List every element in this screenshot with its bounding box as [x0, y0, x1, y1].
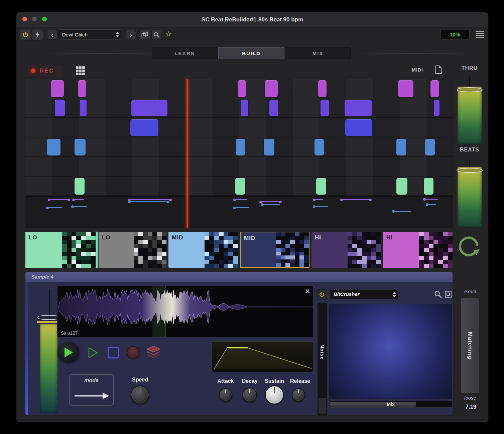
mod-event[interactable]	[314, 199, 323, 200]
decay-knob[interactable]	[242, 388, 257, 402]
mod-event[interactable]	[260, 201, 281, 202]
seq-note-block[interactable]	[316, 178, 326, 195]
release-knob[interactable]	[292, 388, 305, 402]
seq-note-block[interactable]	[396, 178, 407, 195]
seq-note-block[interactable]	[314, 139, 324, 155]
seq-note-block[interactable]	[80, 100, 87, 116]
midi-activity-button[interactable]	[32, 29, 43, 40]
mod-event[interactable]	[129, 199, 171, 200]
tab-build[interactable]: BUILD	[218, 47, 284, 59]
seq-note-block[interactable]	[265, 80, 278, 97]
seq-note-block[interactable]	[78, 80, 86, 97]
fx-power-button[interactable]	[317, 289, 327, 300]
save-preset-button[interactable]	[139, 30, 150, 40]
seq-note-block[interactable]	[430, 80, 439, 97]
seq-note-block[interactable]	[321, 100, 329, 116]
mod-event[interactable]	[424, 199, 438, 200]
seq-note-block[interactable]	[75, 139, 86, 155]
seq-note-block[interactable]	[345, 100, 372, 116]
pad-mid-2[interactable]: MID	[240, 232, 309, 268]
fx-select[interactable]: BitCrusher	[329, 289, 399, 299]
tab-learn[interactable]: LEARN	[152, 47, 218, 59]
pad-mid-1[interactable]: MID	[168, 232, 238, 268]
mod-event[interactable]	[72, 206, 87, 207]
beats-fader-level[interactable]	[458, 167, 482, 227]
mod-event[interactable]	[73, 199, 84, 200]
seq-note-block[interactable]	[396, 139, 406, 155]
seq-note-block[interactable]	[51, 80, 64, 97]
mod-event[interactable]	[393, 211, 411, 212]
pad-lo-1[interactable]: LO	[25, 232, 96, 268]
thru-fader-handle[interactable]	[457, 87, 483, 92]
seq-note-block[interactable]	[318, 80, 327, 97]
midi-export-button[interactable]	[435, 65, 442, 76]
mix-slider[interactable]: Mix	[329, 401, 452, 408]
loop-button[interactable]	[458, 234, 481, 264]
grid-toggle-button[interactable]	[76, 66, 85, 75]
matching-slider[interactable]: Matching	[461, 298, 479, 394]
noise-slider-handle[interactable]	[319, 398, 326, 414]
tab-mix[interactable]: MIX	[285, 47, 351, 59]
desktop: SC Beat ReBuilder/1-80s Beat 90 bpm ‹ De…	[0, 0, 504, 434]
close-icon[interactable]: ✕	[305, 288, 310, 295]
sample-header[interactable]: Sample 4	[25, 272, 453, 282]
seq-note-block[interactable]	[264, 139, 274, 155]
mod-event[interactable]	[47, 207, 62, 208]
preset-select[interactable]: Devil Glitch	[58, 29, 122, 39]
preset-prev-button[interactable]: ‹	[47, 30, 57, 40]
frame-icon	[445, 291, 452, 298]
seq-note-block[interactable]	[398, 80, 413, 97]
record-button[interactable]: REC	[26, 65, 63, 77]
seq-note-block[interactable]	[55, 100, 65, 116]
pad-hi-1[interactable]: HI	[311, 232, 381, 268]
layers-button[interactable]	[144, 343, 162, 362]
record-sample-button[interactable]	[125, 344, 142, 361]
title-bar[interactable]: SC Beat ReBuilder/1-80s Beat 90 bpm	[16, 12, 488, 27]
mod-event[interactable]	[314, 206, 328, 207]
envelope-display[interactable]	[212, 341, 313, 372]
seq-note-block[interactable]	[424, 178, 433, 195]
power-button[interactable]	[20, 29, 31, 40]
seq-note-block[interactable]	[131, 100, 167, 116]
seq-note-block[interactable]	[235, 178, 245, 195]
sustain-knob[interactable]	[265, 386, 284, 404]
waveform-display[interactable]: Sins127 ✕	[57, 286, 313, 337]
seq-note-block[interactable]	[130, 119, 158, 136]
menu-button[interactable]	[476, 31, 484, 38]
mod-event[interactable]	[234, 199, 247, 200]
seq-note-block[interactable]	[269, 100, 278, 116]
play-button[interactable]	[57, 342, 80, 363]
search-button[interactable]	[151, 30, 161, 40]
mod-event[interactable]	[49, 199, 69, 200]
seq-note-block[interactable]	[75, 178, 84, 195]
thru-fader-level[interactable]	[458, 87, 482, 144]
seq-note-block[interactable]	[425, 139, 435, 155]
preset-next-button[interactable]: ›	[126, 30, 136, 40]
mod-event[interactable]	[129, 201, 168, 202]
seq-note-block[interactable]	[236, 139, 245, 155]
mod-event[interactable]	[262, 204, 280, 205]
favorite-button[interactable]: ☆	[163, 29, 173, 39]
noise-slider[interactable]: Noise	[317, 302, 327, 416]
pad-hi-2[interactable]: HI	[383, 232, 453, 268]
fx-search-button[interactable]	[434, 290, 442, 300]
fx-expand-button[interactable]	[445, 291, 452, 299]
pad-lo-2[interactable]: LO	[99, 232, 166, 268]
mode-selector[interactable]: mode	[69, 374, 114, 406]
attack-knob[interactable]	[219, 388, 232, 402]
mod-event[interactable]	[234, 207, 249, 208]
beats-fader-handle[interactable]	[457, 168, 483, 173]
seq-note-block[interactable]	[238, 80, 246, 97]
seq-note-block[interactable]	[434, 100, 439, 116]
mod-event[interactable]	[427, 204, 436, 205]
stop-button[interactable]	[106, 344, 121, 361]
seq-note-block[interactable]	[241, 100, 248, 116]
step-grid[interactable]	[25, 79, 453, 196]
mod-event[interactable]	[341, 199, 371, 200]
seq-note-block[interactable]	[47, 139, 60, 155]
seq-note-block[interactable]	[345, 119, 372, 136]
speed-knob[interactable]	[131, 386, 149, 404]
fx-xy-pad[interactable]	[329, 304, 452, 399]
play-alt-button[interactable]	[84, 343, 102, 362]
mod-lane[interactable]	[25, 196, 453, 228]
